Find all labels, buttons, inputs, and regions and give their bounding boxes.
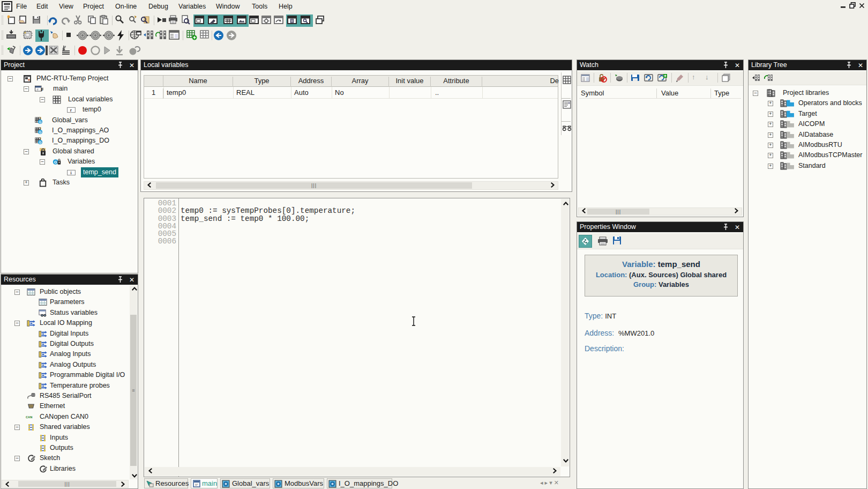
- svg-text:G: G: [39, 130, 42, 134]
- svg-text:P: P: [41, 87, 43, 93]
- svg-text:i: i: [71, 171, 72, 175]
- svg-text:G: G: [39, 140, 42, 144]
- svg-text:G: G: [39, 120, 42, 123]
- svg-text:CAN: CAN: [26, 416, 32, 419]
- svg-text:G: G: [54, 160, 57, 165]
